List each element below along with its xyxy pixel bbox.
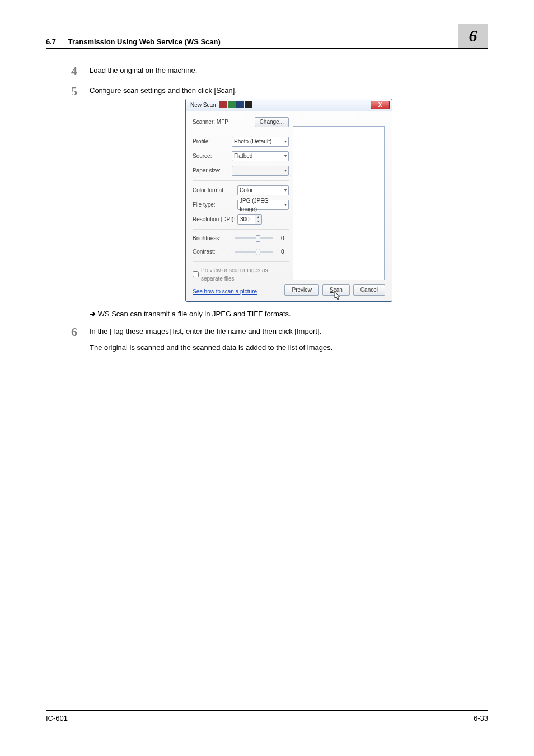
resolution-stepper[interactable]: 300 ▴▾	[237, 214, 262, 225]
step-text: In the [Tag these images] list, enter th…	[90, 326, 488, 337]
chevron-down-icon: ▾	[284, 187, 287, 194]
profile-value: Photo (Default)	[234, 137, 271, 146]
file-type-label: File type:	[193, 200, 237, 209]
section-heading: 6.7 Transmission Using Web Service (WS S…	[46, 38, 221, 46]
source-select[interactable]: Flatbed ▾	[232, 151, 289, 161]
step-subtext: The original is scanned and the scanned …	[90, 342, 488, 353]
section-number: 6.7	[46, 38, 56, 46]
note-text: WS Scan can transmit a file only in JPEG…	[98, 310, 291, 318]
brightness-slider[interactable]	[235, 237, 273, 239]
step-number: 4	[46, 65, 90, 77]
paper-size-select: ▾	[232, 166, 289, 176]
chapter-number: 6	[469, 26, 477, 45]
change-button-label: Change...	[260, 118, 284, 126]
color-format-select[interactable]: Color ▾	[237, 185, 289, 195]
preview-area	[293, 126, 385, 280]
chevron-down-icon: ▾	[284, 138, 287, 145]
contrast-slider[interactable]	[235, 251, 273, 253]
step-text: Load the original on the machine.	[90, 65, 488, 77]
close-button[interactable]: X	[371, 101, 390, 109]
chevron-down-icon: ▾	[284, 167, 287, 174]
scan-button-label: Scan	[330, 286, 343, 294]
footer-page: 6-33	[474, 714, 488, 722]
brightness-value: 0	[277, 234, 289, 243]
chevron-down-icon: ▾	[284, 153, 287, 160]
profile-select[interactable]: Photo (Default) ▾	[232, 137, 289, 147]
arrow-icon: ➔	[90, 310, 96, 318]
chevron-down-icon: ▾	[284, 202, 287, 208]
source-value: Flatbed	[234, 152, 252, 160]
cancel-button-label: Cancel	[360, 286, 378, 294]
app-icon-colors	[219, 101, 252, 108]
paper-size-label: Paper size:	[193, 166, 232, 175]
resolution-value: 300	[240, 215, 250, 223]
resolution-label: Resolution (DPI):	[193, 215, 237, 223]
change-button[interactable]: Change...	[255, 117, 289, 127]
contrast-value: 0	[277, 248, 289, 256]
chapter-indicator: 6	[458, 24, 488, 48]
chevron-down-icon[interactable]: ▾	[255, 220, 261, 224]
dialog-title: New Scan	[190, 101, 216, 109]
separate-files-label: Preview or scan images as separate files	[201, 266, 289, 283]
profile-label: Profile:	[193, 137, 232, 146]
help-link[interactable]: See how to scan a picture	[193, 288, 257, 295]
step-text: Configure scan settings and then click […	[90, 85, 488, 96]
color-format-label: Color format:	[193, 186, 237, 194]
separate-files-checkbox[interactable]	[193, 271, 199, 277]
color-format-value: Color	[240, 186, 253, 194]
footer-model: IC-601	[46, 714, 68, 722]
file-type-select[interactable]: JPG (JPEG Image) ▾	[237, 200, 289, 210]
preview-button-label: Preview	[292, 286, 312, 294]
source-label: Source:	[193, 152, 232, 160]
contrast-label: Contrast:	[193, 248, 231, 256]
step-number: 5	[46, 85, 90, 302]
preview-button[interactable]: Preview	[284, 284, 319, 296]
step-number: 6	[46, 326, 90, 353]
section-title: Transmission Using Web Service (WS Scan)	[68, 38, 221, 46]
chevron-up-icon[interactable]: ▴	[255, 215, 261, 220]
close-icon: X	[378, 101, 382, 109]
scan-button[interactable]: Scan	[322, 284, 350, 296]
new-scan-dialog: New Scan X Scanner: MFP Cha	[185, 99, 392, 302]
brightness-label: Brightness:	[193, 234, 231, 242]
cancel-button[interactable]: Cancel	[353, 284, 385, 296]
file-type-value: JPG (JPEG Image)	[240, 197, 284, 213]
scanner-label: Scanner: MFP	[193, 118, 228, 126]
